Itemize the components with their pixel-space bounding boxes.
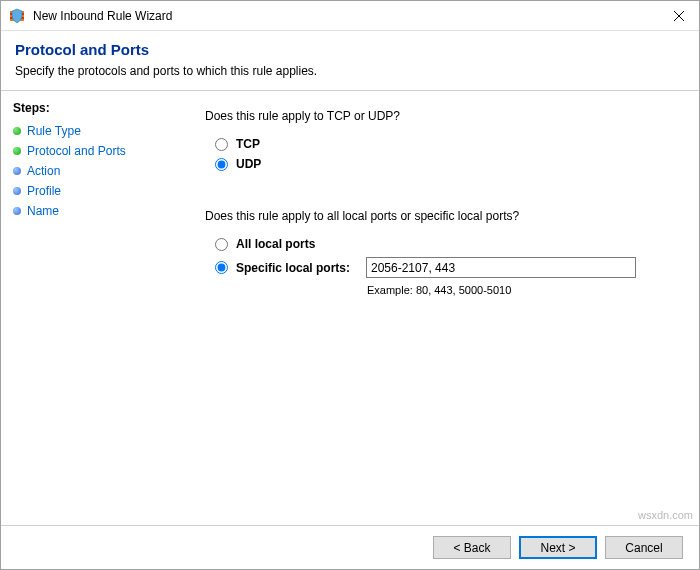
- step-name[interactable]: Name: [13, 201, 169, 221]
- wizard-content: Does this rule apply to TCP or UDP? TCP …: [181, 91, 699, 525]
- bullet-icon: [13, 147, 21, 155]
- next-button[interactable]: Next >: [519, 536, 597, 559]
- protocol-question: Does this rule apply to TCP or UDP?: [205, 109, 675, 123]
- step-label: Name: [27, 204, 59, 218]
- udp-label: UDP: [236, 157, 261, 171]
- ports-section: Does this rule apply to all local ports …: [205, 209, 675, 296]
- step-action[interactable]: Action: [13, 161, 169, 181]
- step-label: Rule Type: [27, 124, 81, 138]
- step-label: Protocol and Ports: [27, 144, 126, 158]
- specific-ports-input[interactable]: [366, 257, 636, 278]
- specific-ports-radio[interactable]: [215, 261, 228, 274]
- firewall-icon: [9, 8, 25, 24]
- close-icon: [674, 11, 684, 21]
- steps-title: Steps:: [13, 101, 169, 115]
- step-label: Action: [27, 164, 60, 178]
- wizard-footer: < Back Next > Cancel: [1, 525, 699, 569]
- back-button[interactable]: < Back: [433, 536, 511, 559]
- step-profile[interactable]: Profile: [13, 181, 169, 201]
- close-button[interactable]: [659, 1, 699, 31]
- bullet-icon: [13, 127, 21, 135]
- cancel-button[interactable]: Cancel: [605, 536, 683, 559]
- steps-sidebar: Steps: Rule Type Protocol and Ports Acti…: [1, 91, 181, 525]
- all-ports-radio[interactable]: [215, 238, 228, 251]
- page-subtitle: Specify the protocols and ports to which…: [15, 64, 685, 78]
- bullet-icon: [13, 187, 21, 195]
- titlebar: New Inbound Rule Wizard: [1, 1, 699, 31]
- udp-option[interactable]: UDP: [205, 157, 675, 171]
- wizard-body: Steps: Rule Type Protocol and Ports Acti…: [1, 91, 699, 525]
- step-protocol-ports[interactable]: Protocol and Ports: [13, 141, 169, 161]
- tcp-label: TCP: [236, 137, 260, 151]
- bullet-icon: [13, 207, 21, 215]
- udp-radio[interactable]: [215, 158, 228, 171]
- tcp-radio[interactable]: [215, 138, 228, 151]
- all-ports-label: All local ports: [236, 237, 366, 251]
- all-ports-option[interactable]: All local ports: [205, 237, 675, 251]
- step-label: Profile: [27, 184, 61, 198]
- ports-question: Does this rule apply to all local ports …: [205, 209, 675, 223]
- window-title: New Inbound Rule Wizard: [33, 9, 659, 23]
- bullet-icon: [13, 167, 21, 175]
- step-rule-type[interactable]: Rule Type: [13, 121, 169, 141]
- tcp-option[interactable]: TCP: [205, 137, 675, 151]
- ports-example: Example: 80, 443, 5000-5010: [367, 284, 675, 296]
- specific-ports-label: Specific local ports:: [236, 261, 366, 275]
- page-title: Protocol and Ports: [15, 41, 685, 58]
- wizard-header: Protocol and Ports Specify the protocols…: [1, 31, 699, 86]
- specific-ports-option[interactable]: Specific local ports:: [205, 257, 675, 278]
- wizard-window: New Inbound Rule Wizard Protocol and Por…: [0, 0, 700, 570]
